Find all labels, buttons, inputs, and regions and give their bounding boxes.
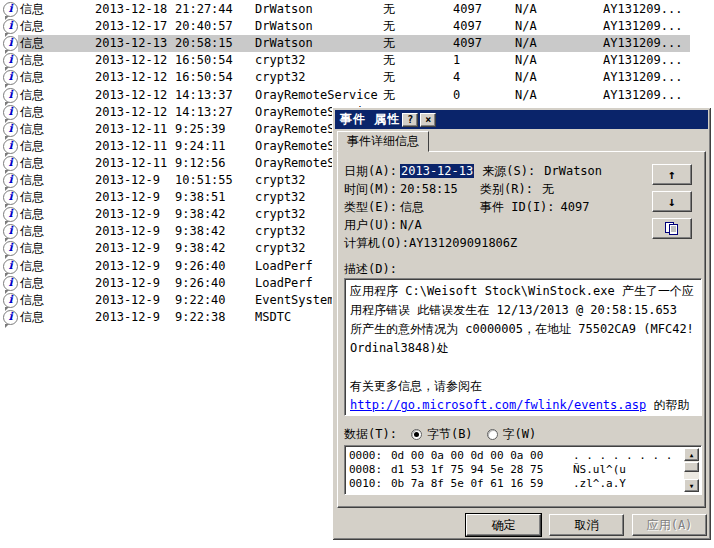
hex-scrollbar[interactable]: ▲ ▼ xyxy=(684,448,699,492)
event-id-cell: 1 xyxy=(453,53,460,68)
field-row-type-eventid: 类型(E): 信息 事件 ID(I): 4097 xyxy=(344,198,643,216)
tab-event-details[interactable]: 事件详细信息 xyxy=(337,131,429,152)
hex-dump-box[interactable]: 0000:0d 00 0a 00 0d 00 0a 00. . . . . . … xyxy=(344,445,702,495)
event-type-cell: 信息 xyxy=(20,190,44,205)
event-time-cell: 9:26:40 xyxy=(175,276,226,291)
event-time-cell: 10:51:55 xyxy=(175,173,233,188)
event-row[interactable]: i信息2013-12-1320:58:15DrWatson无4097N/AAY1… xyxy=(0,35,714,52)
event-category-cell: 无 xyxy=(383,36,395,51)
event-source-cell: crypt32 xyxy=(255,241,306,256)
info-icon: i xyxy=(3,88,18,103)
type-value: 信息 xyxy=(400,199,472,216)
event-type-cell: 信息 xyxy=(20,259,44,274)
event-date-cell: 2013-12-11 xyxy=(95,139,167,154)
info-icon: i xyxy=(3,224,18,239)
event-time-cell: 9:22:38 xyxy=(175,310,226,325)
event-type-cell: 信息 xyxy=(20,70,44,85)
event-type-cell: 信息 xyxy=(20,88,44,103)
info-icon: i xyxy=(3,190,18,205)
scroll-up-button[interactable]: ▲ xyxy=(684,448,699,461)
event-date-cell: 2013-12-9 xyxy=(95,207,160,222)
event-row[interactable]: i信息2013-12-1214:13:37OrayRemoteService无0… xyxy=(0,87,714,104)
event-computer-cell: AY131209... xyxy=(603,70,682,85)
event-row[interactable]: i信息2013-12-1216:50:54crypt32无4N/AAY13120… xyxy=(0,69,714,86)
info-icon: i xyxy=(3,139,18,154)
dialog-titlebar[interactable]: 事件 属性 ? × xyxy=(335,110,708,129)
dialog-button-row: 确定 取消 应用(A) xyxy=(332,514,707,536)
type-label: 类型(E): xyxy=(344,199,400,216)
event-row[interactable]: i信息2013-12-1216:50:54crypt32无1N/AAY13120… xyxy=(0,52,714,69)
event-time-cell: 9:38:42 xyxy=(175,224,226,239)
help-button[interactable]: ? xyxy=(402,113,418,127)
hex-ascii: ÑS.ul^(u xyxy=(573,463,699,477)
event-fields: 日期(A): 2013-12-13 来源(S): DrWatson 时间(M):… xyxy=(344,162,643,252)
event-date-cell: 2013-12-9 xyxy=(95,276,160,291)
event-date-cell: 2013-12-12 xyxy=(95,53,167,68)
close-button[interactable]: × xyxy=(420,113,436,127)
bytes-radio[interactable] xyxy=(411,429,422,440)
copy-event-button[interactable] xyxy=(652,218,692,239)
words-radio-label: 字(W) xyxy=(503,426,537,443)
event-source-cell: crypt32 xyxy=(255,207,306,222)
event-id-cell: 4 xyxy=(453,70,460,85)
event-source-cell: crypt32 xyxy=(255,224,306,239)
event-source-cell: OrayRemoteService xyxy=(255,88,378,103)
info-icon: i xyxy=(3,207,18,222)
event-type-cell: 信息 xyxy=(20,36,44,51)
date-label: 日期(A): xyxy=(344,163,400,180)
event-computer-cell: AY131209... xyxy=(603,2,682,17)
events-help-link[interactable]: http://go.microsoft.com/fwlink/events.as… xyxy=(350,398,646,412)
event-type-cell: 信息 xyxy=(20,276,44,291)
event-time-cell: 16:50:54 xyxy=(175,53,233,68)
event-type-cell: 信息 xyxy=(20,2,44,17)
event-user-cell: N/A xyxy=(515,36,537,51)
event-date-cell: 2013-12-9 xyxy=(95,190,160,205)
info-icon: i xyxy=(3,276,18,291)
event-category-cell: 无 xyxy=(383,53,395,68)
event-type-cell: 信息 xyxy=(20,173,44,188)
event-row[interactable]: i信息2013-12-1720:40:57DrWatson无4097N/AAY1… xyxy=(0,18,714,35)
event-type-cell: 信息 xyxy=(20,139,44,154)
previous-event-button[interactable]: ↑ xyxy=(652,164,692,185)
event-type-cell: 信息 xyxy=(20,19,44,34)
scrollbar-thumb[interactable] xyxy=(684,462,699,472)
event-source-cell: EventSystem xyxy=(255,293,334,308)
info-icon: i xyxy=(3,156,18,171)
scroll-down-button[interactable]: ▼ xyxy=(684,479,699,492)
event-source-cell: crypt32 xyxy=(255,173,306,188)
event-time-cell: 20:58:15 xyxy=(175,36,233,51)
info-icon: i xyxy=(3,19,18,34)
up-arrow-icon: ↑ xyxy=(668,167,676,182)
description-label: 描述(D): xyxy=(344,261,397,278)
description-box[interactable]: 应用程序 C:\Weisoft Stock\WinStock.exe 产生了一个… xyxy=(344,278,702,416)
next-event-button[interactable]: ↓ xyxy=(652,191,692,212)
hex-offset: 0000: xyxy=(349,449,391,463)
info-icon: i xyxy=(3,105,18,120)
words-radio[interactable] xyxy=(487,429,498,440)
event-id-value: 4097 xyxy=(561,200,590,214)
info-icon: i xyxy=(3,310,18,325)
close-icon: × xyxy=(425,114,431,125)
info-icon: i xyxy=(3,173,18,188)
time-value: 20:58:15 xyxy=(400,182,472,196)
event-time-cell: 9:38:42 xyxy=(175,207,226,222)
event-date-cell: 2013-12-12 xyxy=(95,88,167,103)
info-icon: i xyxy=(3,36,18,51)
description-text: 应用程序 C:\Weisoft Stock\WinStock.exe 产生了一个… xyxy=(350,284,694,393)
event-time-cell: 9:12:56 xyxy=(175,156,226,171)
hex-dump: 0000:0d 00 0a 00 0d 00 0a 00. . . . . . … xyxy=(349,449,699,491)
info-icon: i xyxy=(3,53,18,68)
event-type-cell: 信息 xyxy=(20,293,44,308)
data-label: 数据(T): xyxy=(344,426,397,443)
cancel-button[interactable]: 取消 xyxy=(549,514,624,536)
ok-button[interactable]: 确定 xyxy=(466,514,541,536)
event-row[interactable]: i信息2013-12-1821:27:44DrWatson无4097N/AAY1… xyxy=(0,1,714,18)
time-label: 时间(M): xyxy=(344,181,400,198)
hex-bytes: 0d 00 0a 00 0d 00 0a 00 xyxy=(391,449,573,463)
event-id-cell: 4097 xyxy=(453,2,482,17)
event-time-cell: 14:13:37 xyxy=(175,88,233,103)
info-icon: i xyxy=(3,241,18,256)
event-category-cell: 无 xyxy=(383,70,395,85)
event-time-cell: 9:38:42 xyxy=(175,241,226,256)
hex-bytes: 0b 7a 8f 5e 0f 61 16 59 xyxy=(391,477,573,491)
